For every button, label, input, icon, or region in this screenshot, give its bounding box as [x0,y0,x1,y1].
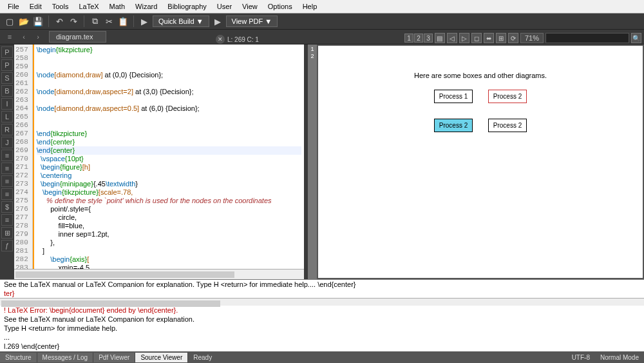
menu-options[interactable]: Options [263,1,298,12]
search-input[interactable] [545,33,629,43]
prev-icon[interactable]: ◁ [447,33,457,43]
menu-edit[interactable]: Edit [24,1,47,12]
bottom-tab-pdf-viewer[interactable]: Pdf Viewer [93,353,135,362]
quickbuild-button[interactable]: Quick Build ▼ [153,15,209,27]
menu-file[interactable]: File [3,1,24,12]
next-icon[interactable]: ▷ [459,33,469,43]
undo-icon[interactable]: ↶ [53,15,65,27]
redo-icon[interactable]: ↷ [68,15,79,27]
layout-icon[interactable]: ▤ [435,33,445,43]
log-line: See the LaTeX manual or LaTeX Companion … [0,280,644,289]
menu-view[interactable]: View [237,1,263,12]
sidetool-1[interactable]: P [1,59,13,71]
process-box: Process 2 [488,119,527,132]
main-toolbar: ▢ 📂 💾 ↶ ↷ ⧉ ✂ 📋 ▶ Quick Build ▼ ▶ View P… [0,14,644,30]
viewpdf-button[interactable]: View PDF ▼ [226,15,278,27]
sidetool-2[interactable]: S [1,72,13,84]
sidetool-12[interactable]: $ [1,201,13,213]
mode-status: Normal Mode [595,354,644,361]
menu-bar: FileEditToolsLaTeXMathWizardBibliography… [0,0,644,14]
sidetool-14[interactable]: ⊞ [1,227,13,239]
menu-tools[interactable]: Tools [47,1,74,12]
save-icon[interactable]: 💾 [32,15,44,27]
status-bar: StructureMessages / LogPdf ViewerSource … [0,351,644,363]
preview-toolbar: 123 ▤ ◁ ▷ ◻ ⬌ ⊞ ⟳ 71% 🔍 [404,33,641,43]
cursor-status: ✕ L: 269 C: 1 [216,35,259,44]
process-box: Process 2 [434,119,473,132]
menu-user[interactable]: User [212,1,237,12]
actual-icon[interactable]: ⊞ [496,33,506,43]
sidetool-11[interactable]: ≡ [1,188,13,200]
sidetool-9[interactable]: ≡ [1,162,13,174]
close-icon[interactable]: ✕ [216,35,225,44]
log-line: See the LaTeX manual or LaTeX Companion … [0,315,644,324]
tab-bar: ≡ ‹ › diagram.tex ✕ L: 269 C: 1 123 ▤ ◁ … [0,30,644,44]
log-line: Type H <return> for immediate help. [0,324,644,333]
sidetool-8[interactable]: ≡ [1,150,13,161]
sidetool-3[interactable]: B [1,85,13,97]
msg-hscrollbar[interactable] [0,298,644,306]
editor-hscrollbar[interactable] [14,269,304,279]
sidetool-13[interactable]: ≡ [1,214,13,226]
cut-icon[interactable]: ✂ [103,15,115,27]
code-editor[interactable]: 2572582592602612622632642652662672682692… [14,44,304,269]
log-line: ter} [0,289,644,298]
view-run-icon[interactable]: ▶ [212,15,223,27]
left-sidebar: PPSBILRJ≡≡≡≡$≡⊞ƒ [0,44,14,279]
search-icon[interactable]: 🔍 [631,33,641,43]
fitwidth-icon[interactable]: ⬌ [484,33,494,43]
refresh-icon[interactable]: ⟳ [508,33,518,43]
page-numbers[interactable]: 123 [404,34,433,43]
menu-help[interactable]: Help [298,1,323,12]
menu-bibliography[interactable]: Bibliography [162,1,212,12]
bottom-tab-structure[interactable]: Structure [0,353,37,362]
page-title: Here are some boxes and other diagrams. [414,72,547,79]
fitpage-icon[interactable]: ◻ [471,33,482,43]
sidetool-7[interactable]: J [1,137,13,148]
code-area[interactable]: \begin{tikzpicture} \node[diamond,draw] … [33,44,304,269]
messages-panel[interactable]: See the LaTeX manual or LaTeX Companion … [0,279,644,351]
pdf-preview: 12 Here are some boxes and other diagram… [308,44,644,279]
error-line: ! LaTeX Error: \begin{document} ended by… [0,306,644,315]
sidetool-15[interactable]: ƒ [1,240,13,251]
bottom-tab-source-viewer[interactable]: Source Viewer [135,353,188,362]
sidetool-0[interactable]: P [1,46,13,58]
sidetool-6[interactable]: R [1,124,13,135]
sidetool-5[interactable]: L [1,111,13,123]
log-line: l.269 \end{center} [0,342,644,351]
open-icon[interactable]: 📂 [18,15,30,27]
line-gutter: 2572582592602612622632642652662672682692… [14,44,33,269]
sidetool-4[interactable]: I [1,98,13,110]
zoom-level[interactable]: 71% [520,33,544,43]
paste-icon[interactable]: 📋 [117,15,129,27]
bottom-tab-messages-log[interactable]: Messages / Log [37,353,94,362]
forward-icon[interactable]: › [32,31,44,43]
ready-status: Ready [188,354,217,361]
menu-wizard[interactable]: Wizard [130,1,162,12]
new-icon[interactable]: ▢ [4,15,15,27]
process-box: Process 1 [434,90,473,103]
list-icon[interactable]: ≡ [4,31,15,43]
back-icon[interactable]: ‹ [18,31,30,43]
file-tab[interactable]: diagram.tex [49,31,106,43]
log-line: ... [0,333,644,342]
preview-ruler: 12 [308,44,317,279]
menu-latex[interactable]: LaTeX [73,1,104,12]
process-box: Process 2 [488,90,527,103]
menu-math[interactable]: Math [104,1,130,12]
encoding-status: UTF-8 [567,354,595,361]
pdf-page[interactable]: Here are some boxes and other diagrams. … [318,46,643,278]
build-run-icon[interactable]: ▶ [138,15,150,27]
sidetool-10[interactable]: ≡ [1,175,13,187]
copy-icon[interactable]: ⧉ [89,15,100,27]
